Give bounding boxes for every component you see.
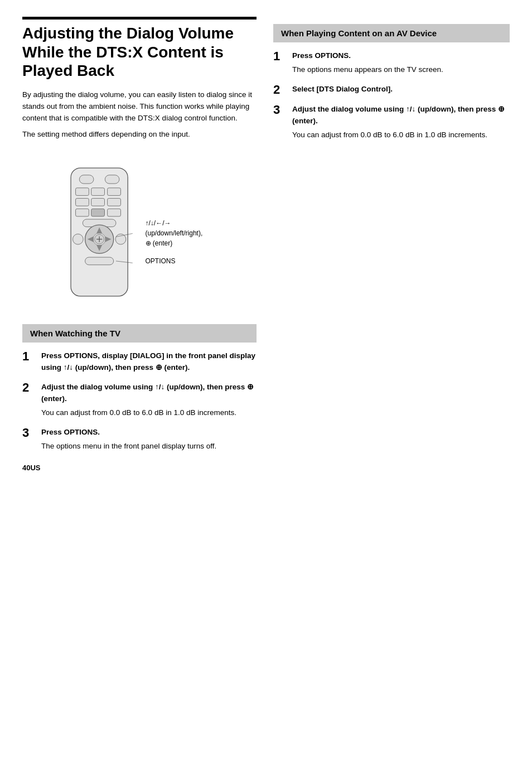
av-step-2: 2 Select [DTS Dialog Control]. bbox=[273, 84, 510, 96]
tv-step-3-bold: Press OPTIONS. bbox=[41, 428, 100, 436]
arrow-label: ↑/↓/←/→ (up/down/left/right), bbox=[146, 218, 217, 238]
av-step-3-number: 3 bbox=[273, 104, 287, 116]
page-title: Adjusting the Dialog Volume While the DT… bbox=[22, 24, 257, 80]
section-av-header: When Playing Content on an AV Device bbox=[273, 24, 510, 42]
tv-step-2: 2 Adjust the dialog volume using ↑/↓ (up… bbox=[22, 382, 257, 419]
intro-para-1: By adjusting the dialog volume, you can … bbox=[22, 89, 257, 124]
remote-svg bbox=[61, 151, 140, 313]
svg-rect-6 bbox=[76, 199, 89, 206]
av-step-3: 3 Adjust the dialog volume using ↑/↓ (up… bbox=[273, 104, 510, 141]
tv-steps-list: 1 Press OPTIONS, display [DIALOG] in the… bbox=[22, 350, 257, 452]
tv-step-3-sub: The options menu in the front panel disp… bbox=[41, 441, 216, 452]
svg-rect-7 bbox=[91, 199, 105, 206]
av-step-1-bold: Press OPTIONS. bbox=[292, 51, 351, 60]
section-tv: When Watching the TV 1 Press OPTIONS, di… bbox=[22, 324, 257, 452]
section-tv-header: When Watching the TV bbox=[22, 324, 257, 343]
left-column: Adjusting the Dialog Volume While the DT… bbox=[22, 24, 257, 735]
tv-step-3: 3 Press OPTIONS. The options menu in the… bbox=[22, 427, 257, 452]
svg-rect-11 bbox=[108, 209, 121, 217]
tv-step-2-bold: Adjust the dialog volume using ↑/↓ (up/d… bbox=[41, 383, 254, 403]
av-step-2-content: Select [DTS Dialog Control]. bbox=[292, 84, 393, 95]
svg-rect-10 bbox=[91, 209, 105, 217]
tv-step-1-content: Press OPTIONS, display [DIALOG] in the f… bbox=[41, 350, 257, 374]
av-step-1-number: 1 bbox=[273, 50, 287, 62]
tv-step-1-bold: Press OPTIONS, display [DIALOG] in the f… bbox=[41, 351, 255, 372]
av-step-2-bold: Select [DTS Dialog Control]. bbox=[292, 85, 393, 93]
remote-svg-container: ↑/↓/←/→ (up/down/left/right), ⊕ (enter) … bbox=[61, 151, 217, 313]
av-steps-list: 1 Press OPTIONS. The options menu appear… bbox=[273, 50, 510, 141]
tv-step-2-content: Adjust the dialog volume using ↑/↓ (up/d… bbox=[41, 382, 257, 419]
right-column: When Playing Content on an AV Device 1 P… bbox=[273, 24, 510, 735]
svg-rect-24 bbox=[85, 258, 114, 266]
svg-rect-2 bbox=[105, 175, 119, 184]
top-rule bbox=[22, 17, 257, 20]
intro-para-2: The setting method differs depending on … bbox=[22, 129, 257, 141]
tv-step-3-content: Press OPTIONS. The options menu in the f… bbox=[41, 427, 216, 452]
av-step-1-sub: The options menu appears on the TV scree… bbox=[292, 64, 443, 76]
av-step-2-number: 2 bbox=[273, 84, 287, 96]
av-step-3-sub: You can adjust from 0.0 dB to 6.0 dB in … bbox=[292, 129, 510, 141]
svg-rect-8 bbox=[108, 199, 121, 206]
tv-step-2-number: 2 bbox=[22, 382, 36, 394]
svg-rect-3 bbox=[76, 188, 89, 196]
tv-step-3-number: 3 bbox=[22, 427, 36, 439]
svg-rect-5 bbox=[108, 188, 121, 196]
tv-step-2-sub: You can adjust from 0.0 dB to 6.0 dB in … bbox=[41, 407, 257, 419]
section-av: When Playing Content on an AV Device 1 P… bbox=[273, 24, 510, 141]
svg-point-14 bbox=[115, 234, 126, 245]
svg-rect-4 bbox=[91, 188, 105, 196]
av-step-1-content: Press OPTIONS. The options menu appears … bbox=[292, 50, 443, 76]
av-step-3-bold: Adjust the dialog volume using ↑/↓ (up/d… bbox=[292, 105, 505, 125]
enter-label: ⊕ (enter) bbox=[146, 238, 217, 248]
av-step-3-content: Adjust the dialog volume using ↑/↓ (up/d… bbox=[292, 104, 510, 141]
tv-step-1: 1 Press OPTIONS, display [DIALOG] in the… bbox=[22, 350, 257, 374]
page-number: 40US bbox=[22, 464, 257, 472]
svg-rect-9 bbox=[76, 209, 89, 217]
page: Adjusting the Dialog Volume While the DT… bbox=[0, 0, 532, 757]
remote-labels: ↑/↓/←/→ (up/down/left/right), ⊕ (enter) … bbox=[146, 151, 217, 266]
tv-step-1-number: 1 bbox=[22, 350, 36, 363]
remote-diagram: ↑/↓/←/→ (up/down/left/right), ⊕ (enter) … bbox=[61, 151, 217, 313]
svg-point-13 bbox=[72, 234, 83, 245]
av-step-1: 1 Press OPTIONS. The options menu appear… bbox=[273, 50, 510, 76]
content-layout: Adjusting the Dialog Volume While the DT… bbox=[22, 24, 510, 735]
svg-rect-1 bbox=[79, 175, 94, 184]
options-label: OPTIONS bbox=[146, 256, 217, 266]
